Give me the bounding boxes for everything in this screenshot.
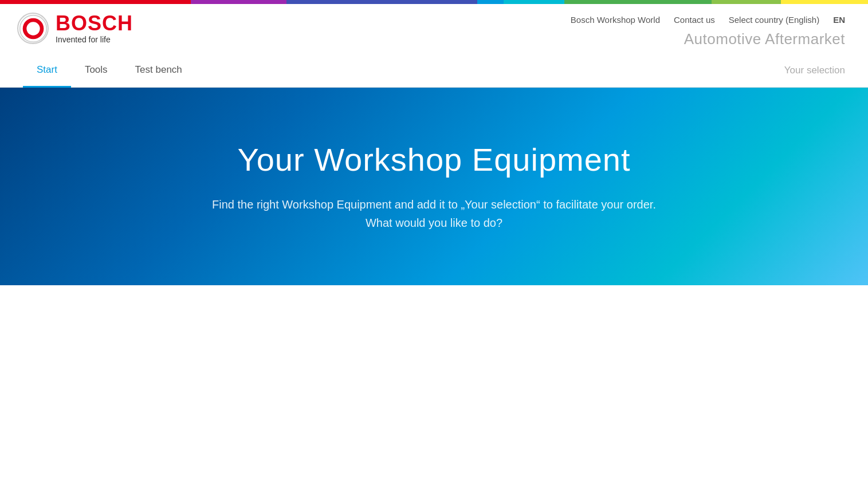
hero-title: Your Workshop Equipment	[237, 141, 630, 178]
rainbow-stripe	[0, 0, 868, 4]
hero-subtitle-line1: Find the right Workshop Equipment and ad…	[212, 198, 656, 211]
nav-tab-start[interactable]: Start	[23, 54, 71, 88]
bosch-wordmark: BOSCH Invented for life	[56, 13, 133, 44]
bosch-workshop-world-link[interactable]: Bosch Workshop World	[571, 15, 660, 25]
header-nav: Bosch Workshop World Contact us Select c…	[571, 15, 845, 25]
bosch-logo-circle	[17, 13, 49, 44]
brand-name: BOSCH	[56, 13, 133, 34]
nav-tab-test-bench[interactable]: Test bench	[121, 54, 196, 88]
logo-container: BOSCH Invented for life	[17, 13, 133, 44]
header-right: Bosch Workshop World Contact us Select c…	[571, 13, 845, 48]
nav-tab-tools[interactable]: Tools	[71, 54, 121, 88]
hero-subtitle: Find the right Workshop Equipment and ad…	[212, 195, 656, 232]
contact-us-link[interactable]: Contact us	[674, 15, 715, 25]
select-country-link[interactable]: Select country (English)	[729, 15, 819, 25]
your-selection-link[interactable]: Your selection	[784, 65, 845, 76]
automotive-aftermarket-label: Automotive Aftermarket	[684, 30, 845, 48]
main-navigation: Start Tools Test bench Your selection	[0, 54, 868, 88]
bosch-logo-icon	[19, 14, 48, 43]
content-area	[0, 285, 868, 446]
nav-tabs-left: Start Tools Test bench	[23, 54, 196, 87]
language-selector[interactable]: EN	[833, 15, 845, 25]
svg-point-2	[26, 22, 40, 35]
header: BOSCH Invented for life Bosch Workshop W…	[0, 4, 868, 54]
hero-section: Your Workshop Equipment Find the right W…	[0, 88, 868, 285]
brand-tagline: Invented for life	[56, 35, 133, 44]
hero-subtitle-line2: What would you like to do?	[366, 217, 502, 229]
